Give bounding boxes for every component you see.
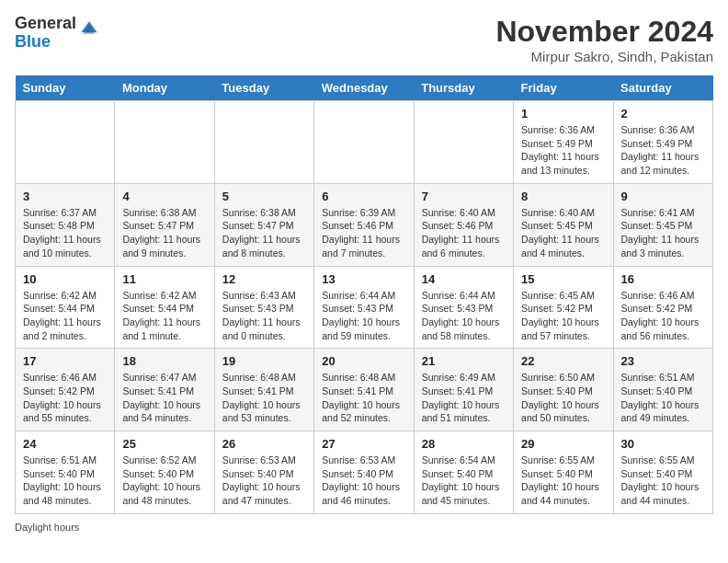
calendar-week-2: 3Sunrise: 6:37 AMSunset: 5:48 PMDaylight… [16,183,713,266]
day-number: 12 [222,272,306,286]
calendar-cell: 12Sunrise: 6:43 AMSunset: 5:43 PMDayligh… [214,266,313,349]
day-info: Sunrise: 6:36 AMSunset: 5:49 PMDaylight:… [521,123,605,178]
day-number: 15 [521,272,605,286]
day-info: Sunrise: 6:54 AMSunset: 5:40 PMDaylight:… [422,454,506,508]
day-number: 16 [621,272,705,286]
day-info: Sunrise: 6:36 AMSunset: 5:49 PMDaylight:… [621,123,705,178]
calendar-cell [16,101,115,184]
calendar-cell: 5Sunrise: 6:38 AMSunset: 5:47 PMDaylight… [214,183,313,266]
day-info: Sunrise: 6:46 AMSunset: 5:42 PMDaylight:… [621,289,705,343]
calendar-cell: 27Sunrise: 6:53 AMSunset: 5:40 PMDayligh… [314,431,414,514]
day-number: 22 [521,354,605,368]
day-info: Sunrise: 6:40 AMSunset: 5:46 PMDaylight:… [422,206,506,260]
calendar-cell: 23Sunrise: 6:51 AMSunset: 5:40 PMDayligh… [613,349,712,431]
day-info: Sunrise: 6:47 AMSunset: 5:41 PMDaylight:… [122,371,206,425]
col-sunday: Sunday [16,75,115,101]
calendar-week-3: 10Sunrise: 6:42 AMSunset: 5:44 PMDayligh… [16,266,713,349]
calendar-week-1: 1Sunrise: 6:36 AMSunset: 5:49 PMDaylight… [16,101,713,184]
day-info: Sunrise: 6:51 AMSunset: 5:40 PMDaylight:… [621,371,705,425]
day-number: 20 [322,354,405,368]
calendar-cell: 20Sunrise: 6:48 AMSunset: 5:41 PMDayligh… [314,349,414,431]
day-info: Sunrise: 6:55 AMSunset: 5:40 PMDaylight:… [521,454,605,508]
logo-icon [80,20,98,39]
calendar-cell: 14Sunrise: 6:44 AMSunset: 5:43 PMDayligh… [414,266,513,349]
calendar-cell: 10Sunrise: 6:42 AMSunset: 5:44 PMDayligh… [16,266,115,349]
day-info: Sunrise: 6:48 AMSunset: 5:41 PMDaylight:… [322,371,405,425]
col-thursday: Thursday [414,75,513,101]
calendar-cell: 21Sunrise: 6:49 AMSunset: 5:41 PMDayligh… [414,349,513,431]
day-number: 14 [422,272,506,286]
day-info: Sunrise: 6:44 AMSunset: 5:43 PMDaylight:… [322,289,405,343]
day-number: 6 [322,190,405,203]
header-row: Sunday Monday Tuesday Wednesday Thursday… [16,75,713,101]
day-info: Sunrise: 6:38 AMSunset: 5:47 PMDaylight:… [222,206,306,260]
calendar-table: Sunday Monday Tuesday Wednesday Thursday… [15,75,713,514]
day-number: 24 [23,437,107,451]
day-number: 7 [422,190,506,203]
day-number: 23 [621,354,705,368]
calendar-cell: 6Sunrise: 6:39 AMSunset: 5:46 PMDaylight… [314,183,414,266]
day-number: 13 [322,272,405,286]
day-info: Sunrise: 6:42 AMSunset: 5:44 PMDaylight:… [122,289,206,343]
day-number: 3 [23,190,107,203]
day-number: 10 [23,272,107,286]
calendar-cell: 18Sunrise: 6:47 AMSunset: 5:41 PMDayligh… [115,349,214,431]
calendar-cell: 28Sunrise: 6:54 AMSunset: 5:40 PMDayligh… [414,431,513,514]
calendar-cell: 1Sunrise: 6:36 AMSunset: 5:49 PMDaylight… [514,101,613,184]
calendar-cell [414,101,513,184]
title-section: November 2024 Mirpur Sakro, Sindh, Pakis… [495,15,713,64]
col-monday: Monday [115,75,214,101]
calendar-header: Sunday Monday Tuesday Wednesday Thursday… [16,75,713,101]
calendar-cell: 4Sunrise: 6:38 AMSunset: 5:47 PMDaylight… [115,183,214,266]
day-info: Sunrise: 6:37 AMSunset: 5:48 PMDaylight:… [23,206,107,260]
calendar-cell: 22Sunrise: 6:50 AMSunset: 5:40 PMDayligh… [514,349,613,431]
calendar-cell [214,101,313,184]
day-info: Sunrise: 6:53 AMSunset: 5:40 PMDaylight:… [322,454,405,508]
col-wednesday: Wednesday [314,75,414,101]
day-info: Sunrise: 6:38 AMSunset: 5:47 PMDaylight:… [122,206,206,260]
calendar-cell: 8Sunrise: 6:40 AMSunset: 5:45 PMDaylight… [514,183,613,266]
day-number: 17 [23,354,107,368]
day-info: Sunrise: 6:42 AMSunset: 5:44 PMDaylight:… [23,289,107,343]
day-info: Sunrise: 6:43 AMSunset: 5:43 PMDaylight:… [222,289,306,343]
day-number: 29 [521,437,605,451]
day-info: Sunrise: 6:52 AMSunset: 5:40 PMDaylight:… [122,454,206,508]
calendar-cell: 13Sunrise: 6:44 AMSunset: 5:43 PMDayligh… [314,266,414,349]
calendar-cell: 16Sunrise: 6:46 AMSunset: 5:42 PMDayligh… [613,266,712,349]
calendar-cell: 19Sunrise: 6:48 AMSunset: 5:41 PMDayligh… [214,349,313,431]
day-number: 5 [222,190,306,203]
calendar-cell: 11Sunrise: 6:42 AMSunset: 5:44 PMDayligh… [115,266,214,349]
day-info: Sunrise: 6:39 AMSunset: 5:46 PMDaylight:… [322,206,405,260]
calendar-week-5: 24Sunrise: 6:51 AMSunset: 5:40 PMDayligh… [16,431,713,514]
col-friday: Friday [514,75,613,101]
day-number: 30 [621,437,705,451]
calendar-cell: 29Sunrise: 6:55 AMSunset: 5:40 PMDayligh… [514,431,613,514]
calendar-cell: 25Sunrise: 6:52 AMSunset: 5:40 PMDayligh… [115,431,214,514]
footer-note: Daylight hours [15,522,713,533]
logo-general: General [15,15,76,33]
day-number: 2 [621,107,705,121]
day-number: 8 [521,190,605,203]
day-number: 21 [422,354,506,368]
day-number: 9 [621,190,705,203]
calendar-cell: 30Sunrise: 6:55 AMSunset: 5:40 PMDayligh… [613,431,712,514]
calendar-cell [314,101,414,184]
day-number: 11 [122,272,206,286]
day-number: 27 [322,437,405,451]
calendar-cell: 9Sunrise: 6:41 AMSunset: 5:45 PMDaylight… [613,183,712,266]
day-info: Sunrise: 6:53 AMSunset: 5:40 PMDaylight:… [222,454,306,508]
day-number: 26 [222,437,306,451]
day-number: 19 [222,354,306,368]
col-saturday: Saturday [613,75,712,101]
day-info: Sunrise: 6:48 AMSunset: 5:41 PMDaylight:… [222,371,306,425]
day-info: Sunrise: 6:55 AMSunset: 5:40 PMDaylight:… [621,454,705,508]
location-title: Mirpur Sakro, Sindh, Pakistan [495,49,713,64]
day-info: Sunrise: 6:41 AMSunset: 5:45 PMDaylight:… [621,206,705,260]
day-info: Sunrise: 6:46 AMSunset: 5:42 PMDaylight:… [23,371,107,425]
calendar-cell: 26Sunrise: 6:53 AMSunset: 5:40 PMDayligh… [214,431,313,514]
day-number: 28 [422,437,506,451]
calendar-cell: 7Sunrise: 6:40 AMSunset: 5:46 PMDaylight… [414,183,513,266]
day-info: Sunrise: 6:51 AMSunset: 5:40 PMDaylight:… [23,454,107,508]
calendar-week-4: 17Sunrise: 6:46 AMSunset: 5:42 PMDayligh… [16,349,713,431]
header: General Blue November 2024 Mirpur Sakro,… [15,15,713,64]
